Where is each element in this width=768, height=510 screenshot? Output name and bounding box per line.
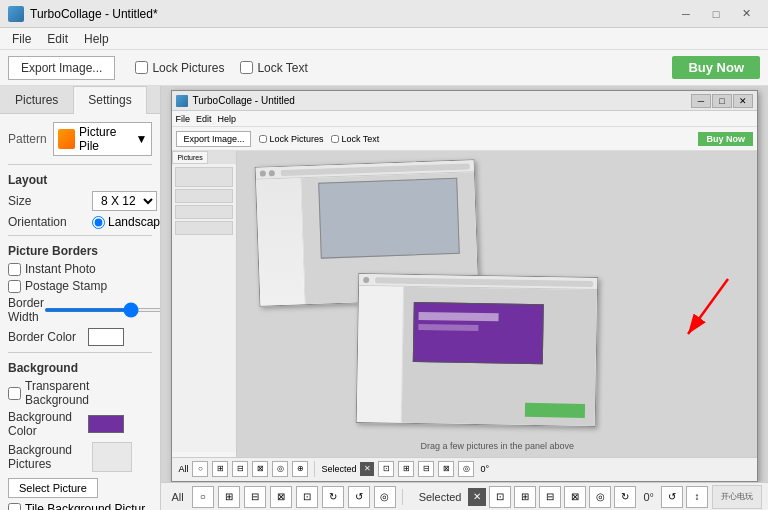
background-color-row: Background Color [8, 410, 152, 438]
inner-all-btn-6[interactable]: ⊕ [292, 461, 308, 477]
inner-menu-file[interactable]: File [175, 114, 190, 124]
inner-all-btn-2[interactable]: ⊞ [212, 461, 228, 477]
border-width-slider[interactable] [44, 308, 161, 312]
sel-btn-2[interactable]: ⊞ [514, 486, 536, 508]
inner-sel-btn-2[interactable]: ⊞ [398, 461, 414, 477]
all-crop-btn[interactable]: ⊠ [270, 486, 292, 508]
landscape-text: Landscape [108, 215, 161, 229]
inner-sel-btn-4[interactable]: ⊠ [438, 461, 454, 477]
inner-minimize[interactable]: ─ [691, 94, 711, 108]
lock-text-label[interactable]: Lock Text [240, 61, 307, 75]
selected-group: Selected ✕ ⊡ ⊞ ⊟ ⊠ ◎ ↻ 0° ↺ ↕ [415, 486, 708, 508]
drag-hint: Drag a few pictures in the panel above [420, 441, 574, 451]
menu-edit[interactable]: Edit [39, 30, 76, 48]
inner-panel-placeholder-4 [175, 221, 233, 235]
sel-btn-3[interactable]: ⊟ [539, 486, 561, 508]
sel-btn-4[interactable]: ⊠ [564, 486, 586, 508]
inner-sel-btn-3[interactable]: ⊟ [418, 461, 434, 477]
tab-settings[interactable]: Settings [73, 86, 146, 114]
inner-sel-btn-5[interactable]: ◎ [458, 461, 474, 477]
postage-stamp-checkbox[interactable] [8, 280, 21, 293]
size-label: Size [8, 194, 88, 208]
inner-selected-x-btn[interactable]: ✕ [360, 462, 374, 476]
ss1-sidebar-bg [256, 178, 304, 305]
all-fit-btn[interactable]: ⊡ [296, 486, 318, 508]
inner-export-button[interactable]: Export Image... [176, 131, 251, 147]
all-label: All [171, 491, 183, 503]
inner-all-btn-3[interactable]: ⊟ [232, 461, 248, 477]
sel-btn-1[interactable]: ⊡ [489, 486, 511, 508]
all-grid-btn[interactable]: ⊞ [218, 486, 240, 508]
postage-stamp-label[interactable]: Postage Stamp [25, 279, 107, 293]
all-circle-btn[interactable]: ○ [192, 486, 214, 508]
ss2-main [402, 287, 597, 426]
inner-lock-text[interactable]: Lock Text [331, 134, 379, 144]
background-pictures-label: Background Pictures [8, 443, 88, 471]
all-zoom-btn[interactable]: ◎ [374, 486, 396, 508]
inner-buy-button[interactable]: Buy Now [698, 132, 753, 146]
background-color-swatch[interactable] [88, 415, 124, 433]
inner-panel-content [172, 164, 236, 452]
inner-left-panel: Pictures [172, 151, 237, 457]
landscape-label[interactable]: Landscape [92, 215, 161, 229]
lock-pictures-label[interactable]: Lock Pictures [135, 61, 224, 75]
sel-btn-6[interactable]: ↻ [614, 486, 636, 508]
background-pictures-row: Background Pictures [8, 442, 152, 472]
menu-help[interactable]: Help [76, 30, 117, 48]
inner-maximize[interactable]: □ [712, 94, 732, 108]
all-rotate-btn[interactable]: ↻ [322, 486, 344, 508]
maximize-button[interactable]: □ [702, 4, 730, 24]
all-grid2-btn[interactable]: ⊟ [244, 486, 266, 508]
postage-stamp-row: Postage Stamp [8, 279, 152, 293]
pattern-row: Pattern Picture Pile ▼ [8, 122, 152, 156]
select-picture-button[interactable]: Select Picture [8, 478, 98, 498]
all-flip-btn[interactable]: ↺ [348, 486, 370, 508]
tab-pictures[interactable]: Pictures [0, 86, 73, 113]
orientation-group: Landscape Portrait [92, 215, 161, 229]
inner-menu-help[interactable]: Help [217, 114, 236, 124]
buy-button[interactable]: Buy Now [672, 56, 760, 79]
close-button[interactable]: ✕ [732, 4, 760, 24]
inner-close[interactable]: ✕ [733, 94, 753, 108]
inner-all-btn-1[interactable]: ○ [192, 461, 208, 477]
border-color-swatch[interactable] [88, 328, 124, 346]
pattern-select[interactable]: Picture Pile ▼ [53, 122, 153, 156]
minimize-button[interactable]: ─ [672, 4, 700, 24]
pattern-dropdown-icon: ▼ [136, 132, 148, 146]
inner-all-btn-4[interactable]: ⊠ [252, 461, 268, 477]
ss2-dot1 [364, 277, 370, 283]
ss2-titlebar [376, 277, 594, 287]
inner-tab-pictures[interactable]: Pictures [172, 151, 207, 164]
selected-x-button[interactable]: ✕ [468, 488, 486, 506]
border-width-row: Border Width [8, 296, 152, 324]
landscape-radio[interactable] [92, 216, 105, 229]
inner-menu-edit[interactable]: Edit [196, 114, 212, 124]
transparent-bg-label[interactable]: Transparent Background [25, 379, 152, 407]
size-select[interactable]: 8 X 12 4 X 6 5 X 7 [92, 191, 157, 211]
instant-photo-label[interactable]: Instant Photo [25, 262, 96, 276]
inner-panel-placeholder-1 [175, 167, 233, 187]
panel-content: Pattern Picture Pile ▼ Layout Size 8 X 1… [0, 114, 160, 510]
menu-file[interactable]: File [4, 30, 39, 48]
degree-text: 0° [643, 491, 654, 503]
tile-row: Tile Background Pictur [8, 502, 152, 510]
lock-pictures-checkbox[interactable] [135, 61, 148, 74]
pattern-value: Picture Pile [79, 125, 132, 153]
export-button[interactable]: Export Image... [8, 56, 115, 80]
tile-label[interactable]: Tile Background Pictur [25, 502, 145, 510]
tile-checkbox[interactable] [8, 503, 21, 511]
sel-btn-7[interactable]: ↺ [661, 486, 683, 508]
inner-all-btn-5[interactable]: ◎ [272, 461, 288, 477]
inner-sel-btn-1[interactable]: ⊡ [378, 461, 394, 477]
inner-main: Pictures [172, 151, 757, 457]
sel-btn-5[interactable]: ◎ [589, 486, 611, 508]
transparent-bg-checkbox[interactable] [8, 387, 21, 400]
sel-btn-8[interactable]: ↕ [686, 486, 708, 508]
inner-toolbar: Export Image... Lock Pictures Lock Text … [172, 127, 757, 151]
pattern-label: Pattern [8, 132, 47, 146]
inner-window: TurboCollage - Untitled ─ □ ✕ File Edit … [171, 90, 758, 482]
tab-text[interactable]: Text [147, 86, 162, 113]
lock-text-checkbox[interactable] [240, 61, 253, 74]
instant-photo-checkbox[interactable] [8, 263, 21, 276]
inner-lock-pictures[interactable]: Lock Pictures [259, 134, 323, 144]
